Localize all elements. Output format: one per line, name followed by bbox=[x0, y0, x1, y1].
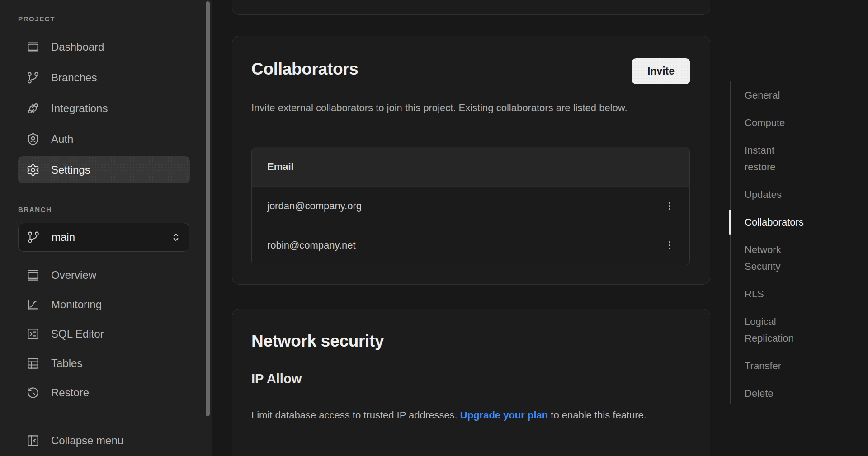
sidebar-item-tables[interactable]: Tables bbox=[18, 350, 190, 377]
row-actions-button[interactable] bbox=[660, 196, 679, 216]
tables-icon bbox=[26, 357, 40, 370]
sidebar-item-label: Auth bbox=[51, 133, 73, 146]
settings-section-nav: General Compute Instant restore Updates … bbox=[730, 81, 825, 404]
sidebar-item-overview[interactable]: Overview bbox=[18, 262, 190, 289]
sidebar-item-label: Tables bbox=[51, 357, 82, 370]
previous-card-partial bbox=[232, 0, 710, 15]
table-row: robin@company.net bbox=[252, 226, 689, 265]
auth-shield-icon bbox=[26, 132, 40, 146]
description-prefix: Limit database access to trusted IP addr… bbox=[251, 409, 460, 421]
sidebar-item-label: Restore bbox=[51, 386, 89, 399]
nav-item-collaborators[interactable]: Collaborators bbox=[745, 214, 806, 230]
nav-item-rls[interactable]: RLS bbox=[745, 286, 806, 302]
nav-item-compute[interactable]: Compute bbox=[745, 114, 806, 131]
sidebar-item-label: Integrations bbox=[51, 102, 108, 115]
sql-editor-icon bbox=[26, 327, 40, 341]
nav-item-network-security[interactable]: Network Security bbox=[745, 241, 806, 275]
sidebar-item-dashboard[interactable]: Dashboard bbox=[18, 33, 190, 61]
nav-item-logical-replication[interactable]: Logical Replication bbox=[745, 313, 806, 347]
kebab-menu-icon bbox=[664, 200, 675, 212]
description-suffix: to enable this feature. bbox=[548, 409, 646, 421]
sidebar-item-label: Dashboard bbox=[51, 41, 104, 53]
nav-rail bbox=[730, 81, 731, 404]
git-branch-icon bbox=[26, 71, 40, 85]
project-section-label: PROJECT bbox=[18, 15, 55, 23]
sidebar-item-sql-editor[interactable]: SQL Editor bbox=[18, 320, 190, 348]
gear-icon bbox=[26, 163, 40, 177]
row-actions-button[interactable] bbox=[660, 235, 679, 255]
table-header-email: Email bbox=[252, 147, 689, 186]
collaborators-table: Email jordan@company.org robin@company.n… bbox=[251, 147, 690, 265]
ip-allow-description: Limit database access to trusted IP addr… bbox=[251, 407, 688, 424]
nav-item-instant-restore[interactable]: Instant restore bbox=[745, 142, 806, 175]
upgrade-plan-link[interactable]: Upgrade your plan bbox=[460, 409, 548, 421]
sidebar-item-integrations[interactable]: Integrations bbox=[18, 95, 190, 122]
branch-selector-value: main bbox=[52, 231, 159, 244]
kebab-menu-icon bbox=[664, 240, 675, 251]
sidebar-item-label: Branches bbox=[51, 71, 97, 84]
collaborators-title: Collaborators bbox=[251, 60, 359, 79]
network-security-title: Network security bbox=[251, 332, 384, 351]
sidebar-item-label: Monitoring bbox=[51, 298, 102, 311]
nav-item-transfer[interactable]: Transfer bbox=[745, 357, 806, 374]
collaborator-email: robin@company.net bbox=[267, 240, 356, 251]
ip-allow-subtitle: IP Allow bbox=[251, 371, 302, 386]
nav-item-general[interactable]: General bbox=[745, 87, 806, 103]
table-row: jordan@company.org bbox=[252, 186, 689, 226]
sidebar-item-branches[interactable]: Branches bbox=[18, 64, 190, 91]
collapse-menu-label: Collapse menu bbox=[51, 434, 123, 447]
network-security-card: Network security IP Allow Limit database… bbox=[232, 309, 710, 456]
branch-selector[interactable]: main bbox=[18, 223, 189, 252]
sidebar-item-label: Settings bbox=[51, 164, 90, 176]
project-nav: Dashboard Branches Integrations Auth bbox=[18, 33, 190, 187]
branch-section-label: BRANCH bbox=[18, 206, 52, 213]
git-branch-icon bbox=[27, 230, 40, 244]
invite-button[interactable]: Invite bbox=[632, 58, 690, 84]
sidebar-item-label: SQL Editor bbox=[51, 328, 104, 340]
collaborators-card: Collaborators Invite Invite external col… bbox=[232, 36, 710, 285]
app-window: PROJECT Dashboard Branches Integrations bbox=[0, 0, 868, 456]
integrations-icon bbox=[26, 102, 40, 115]
sidebar-divider bbox=[0, 420, 212, 420]
monitoring-icon bbox=[26, 298, 40, 311]
dashboard-icon bbox=[26, 40, 40, 54]
restore-history-icon bbox=[26, 386, 40, 400]
overview-icon bbox=[26, 268, 40, 282]
active-indicator bbox=[729, 210, 731, 235]
nav-item-delete[interactable]: Delete bbox=[745, 385, 806, 402]
sidebar-item-label: Overview bbox=[51, 269, 96, 282]
branch-nav: Overview Monitoring SQL Editor Tables bbox=[18, 262, 190, 409]
sidebar-item-auth[interactable]: Auth bbox=[18, 126, 190, 153]
panel-collapse-icon bbox=[26, 434, 40, 447]
sidebar-item-settings[interactable]: Settings bbox=[18, 156, 190, 183]
sidebar: PROJECT Dashboard Branches Integrations bbox=[0, 0, 212, 456]
nav-item-updates[interactable]: Updates bbox=[745, 186, 806, 203]
chevron-up-down-icon bbox=[170, 230, 182, 244]
sidebar-item-restore[interactable]: Restore bbox=[18, 379, 190, 406]
nav-item-label: Collaborators bbox=[745, 216, 804, 228]
sidebar-scrollbar-thumb[interactable] bbox=[206, 1, 210, 416]
collaborators-description: Invite external collaborators to join th… bbox=[251, 99, 676, 117]
collaborator-email: jordan@company.org bbox=[267, 200, 362, 212]
collapse-menu-button[interactable]: Collapse menu bbox=[18, 427, 189, 454]
sidebar-item-monitoring[interactable]: Monitoring bbox=[18, 291, 190, 318]
